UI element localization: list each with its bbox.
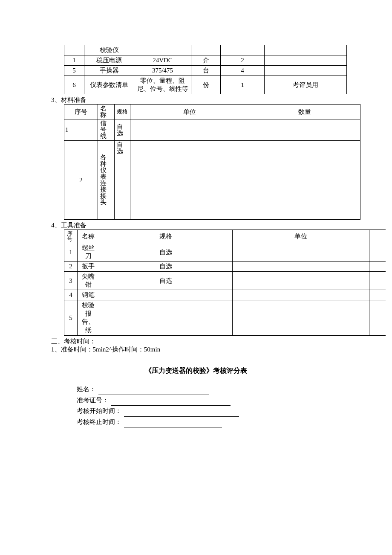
blank-line: [124, 421, 222, 427]
cell: 2: [64, 262, 78, 272]
cell: 5: [64, 66, 84, 76]
col-header: 名称: [98, 105, 115, 119]
blank-line: [111, 399, 231, 406]
cell: [369, 290, 386, 300]
cell: [265, 55, 347, 66]
section-heading-time: 三、考核时间：: [51, 337, 392, 346]
cell: [99, 290, 233, 300]
cell: 24VDC: [134, 55, 191, 66]
cell: 4: [64, 290, 78, 300]
cell: 2: [64, 141, 98, 220]
cell: [134, 45, 191, 55]
tools-table: 序号 名称 规格 单位 1 螺丝刀 自选 2 扳手 自选 3 尖嘴钳 自选: [64, 230, 386, 336]
label-id: 准考证号：: [77, 397, 109, 404]
col-header: 规格: [99, 230, 233, 243]
cell: 份: [191, 76, 221, 94]
table-header-row: 序号 名称 规格 单位 数量: [64, 105, 360, 119]
cell: [369, 243, 386, 262]
table-row: 2 扳手 自选: [64, 262, 386, 272]
cell: 各种仪表连接接头: [98, 141, 115, 220]
table-row: 5 手操器 375/475 台 4: [64, 66, 347, 76]
cell: 台: [191, 66, 221, 76]
label-name: 姓名：: [77, 386, 96, 392]
cell: 自选: [115, 119, 130, 141]
form-row-name: 姓名：: [77, 384, 392, 395]
form-fields: 姓名： 准考证号： 考核开始时间： 考核终止时间：: [77, 384, 392, 427]
cell: 6: [64, 76, 84, 94]
cell: [369, 272, 386, 290]
cell: 校验仪: [84, 45, 134, 55]
cell: [233, 262, 369, 272]
cell: 自选: [99, 262, 233, 272]
cell: [265, 66, 347, 76]
cell: 螺丝刀: [78, 243, 99, 262]
table-row: 5 校验报告、纸: [64, 300, 386, 336]
cell: [233, 243, 369, 262]
cell: 自选: [99, 272, 233, 290]
cell: [233, 272, 369, 290]
cell: 扳手: [78, 262, 99, 272]
cell: 手操器: [84, 66, 134, 76]
cell: 仪表参数清单: [84, 76, 134, 94]
cell: [265, 45, 347, 55]
table-header-row: 序号 名称 规格 单位: [64, 230, 386, 243]
cell: 零位、量程、阻尼、位号、线性等: [134, 76, 191, 94]
cell: 钢笔: [78, 290, 99, 300]
col-header: 单位: [233, 230, 369, 243]
cell: 375/475: [134, 66, 191, 76]
cell: 1: [64, 243, 78, 262]
col-header: 数量: [249, 105, 360, 119]
blank-line: [124, 410, 239, 417]
cell: [99, 300, 233, 336]
table-row: 6 仪表参数清单 零位、量程、阻尼、位号、线性等 份 1 考评员用: [64, 76, 347, 94]
col-header: 单位: [130, 105, 249, 119]
cell: 尖嘴钳: [78, 272, 99, 290]
col-header: [369, 230, 386, 243]
table-row: 3 尖嘴钳 自选: [64, 272, 386, 290]
cell: 1: [64, 119, 98, 141]
cell: 3: [64, 272, 78, 290]
cell: [130, 141, 249, 220]
cell: [249, 119, 360, 141]
cell: 4: [221, 66, 265, 76]
cell: 2: [221, 55, 265, 66]
form-row-end: 考核终止时间：: [77, 417, 392, 428]
cell: [369, 262, 386, 272]
blank-line: [98, 388, 209, 395]
table-row: 4 钢笔: [64, 290, 386, 300]
scoring-table-title: 《压力变送器的校验》考核评分表: [0, 366, 392, 375]
equipment-table: 校验仪 1 稳压电源 24VDC 介 2 5 手操器 375/475 台 4 6…: [64, 45, 347, 94]
cell: [249, 141, 360, 220]
cell: 自选: [99, 243, 233, 262]
cell: 1: [221, 76, 265, 94]
cell: 自选: [115, 141, 130, 220]
table-row: 1 稳压电源 24VDC 介 2: [64, 55, 347, 66]
cell: [369, 300, 386, 336]
cell: [130, 119, 249, 141]
cell: [64, 45, 84, 55]
cell: 信号线: [98, 119, 115, 141]
table-row: 校验仪: [64, 45, 347, 55]
col-header: 名称: [78, 230, 99, 243]
table-row: 1 螺丝刀 自选: [64, 243, 386, 262]
cell: [221, 45, 265, 55]
cell: 考评员用: [265, 76, 347, 94]
form-row-id: 准考证号：: [77, 395, 392, 406]
section-heading-3: 3、材料准备: [51, 96, 392, 104]
cell: 校验报告、纸: [78, 300, 99, 336]
cell: [233, 300, 369, 336]
cell: 稳压电源: [84, 55, 134, 66]
materials-table: 序号 名称 规格 单位 数量 1 信号线 自选 2 各种仪表连接接头 自选: [64, 104, 360, 220]
table-row: 2 各种仪表连接接头 自选: [64, 141, 360, 220]
cell: [233, 290, 369, 300]
time-text: 1、准备时间：5min2^操作时间：50min: [51, 346, 392, 354]
col-header: 规格: [115, 105, 130, 119]
cell: 5: [64, 300, 78, 336]
cell: 1: [64, 55, 84, 66]
col-header: 序号: [64, 230, 78, 243]
cell: [191, 45, 221, 55]
cell: 介: [191, 55, 221, 66]
section-heading-4: 4、工具准备: [51, 221, 392, 230]
form-row-start: 考核开始时间：: [77, 406, 392, 417]
label-start: 考核开始时间：: [77, 407, 121, 414]
